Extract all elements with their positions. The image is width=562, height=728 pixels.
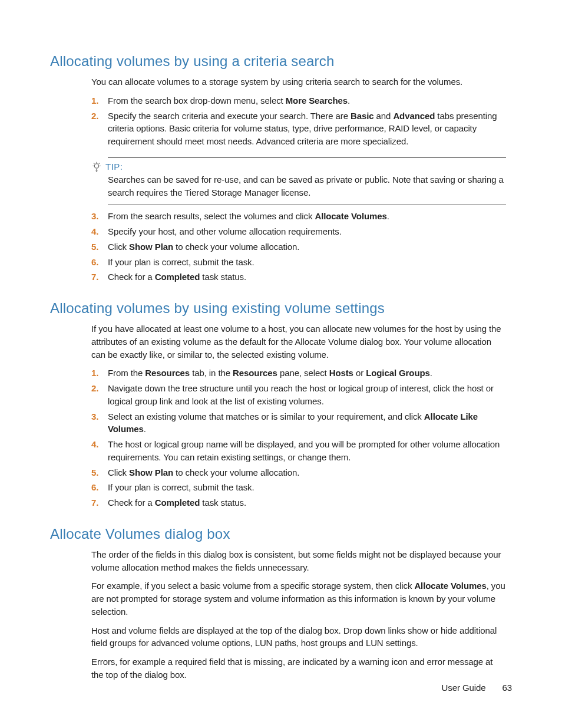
list-item: 4. Specify your host, and other volume a… <box>91 225 506 238</box>
step-number: 3. <box>91 410 108 423</box>
list-item: 3. From the search results, select the v… <box>91 210 506 223</box>
step-number: 6. <box>91 256 108 269</box>
step-text: The host or logical group name will be d… <box>108 438 506 464</box>
section-body: If you have allocated at least one volum… <box>91 322 506 509</box>
svg-point-0 <box>94 164 99 169</box>
step-number: 7. <box>91 271 108 284</box>
list-item: 7. Check for a Completed task status. <box>91 271 506 284</box>
list-item: 6. If your plan is correct, submit the t… <box>91 256 506 269</box>
section-heading-dialog-box: Allocate Volumes dialog box <box>50 526 512 542</box>
step-number: 1. <box>91 94 108 107</box>
step-text: From the search results, select the volu… <box>108 210 506 223</box>
list-item: 3. Select an existing volume that matche… <box>91 410 506 436</box>
step-number: 2. <box>91 110 108 123</box>
tip-callout: TIP: Searches can be saved for re-use, a… <box>108 157 506 206</box>
document-page: Allocating volumes by using a criteria s… <box>0 0 562 728</box>
page-footer: User Guide 63 <box>442 683 512 693</box>
step-text: Specify your host, and other volume allo… <box>108 225 506 238</box>
step-number: 4. <box>91 225 108 238</box>
ordered-steps: 1. From the Resources tab, in the Resour… <box>91 367 506 509</box>
svg-line-6 <box>99 163 100 163</box>
paragraph: Host and volume fields are displayed at … <box>91 624 506 650</box>
paragraph: The order of the fields in this dialog b… <box>91 548 506 574</box>
page-number: 63 <box>503 683 513 693</box>
step-number: 2. <box>91 382 108 395</box>
section-body: You can allocate volumes to a storage sy… <box>91 75 506 284</box>
step-text: Click Show Plan to check your volume all… <box>108 241 506 253</box>
step-number: 5. <box>91 241 108 253</box>
step-number: 3. <box>91 210 108 223</box>
step-number: 6. <box>91 481 108 494</box>
footer-label: User Guide <box>442 683 486 693</box>
step-number: 5. <box>91 466 108 479</box>
list-item: 5. Click Show Plan to check your volume … <box>91 241 506 253</box>
list-item: 2. Navigate down the tree structure unti… <box>91 382 506 408</box>
ordered-steps: 1. From the search box drop-down menu, s… <box>91 94 506 148</box>
list-item: 7. Check for a Completed task status. <box>91 496 506 509</box>
step-text: If your plan is correct, submit the task… <box>108 481 506 494</box>
list-item: 1. From the search box drop-down menu, s… <box>91 94 506 107</box>
step-text: Check for a Completed task status. <box>108 496 506 509</box>
step-text: Click Show Plan to check your volume all… <box>108 466 506 479</box>
list-item: 2. Specify the search criteria and execu… <box>91 110 506 148</box>
step-number: 1. <box>91 367 108 380</box>
step-text: Check for a Completed task status. <box>108 271 506 284</box>
ordered-steps: 3. From the search results, select the v… <box>91 210 506 284</box>
step-text: Select an existing volume that matches o… <box>108 410 506 436</box>
intro-paragraph: If you have allocated at least one volum… <box>91 322 506 361</box>
list-item: 6. If your plan is correct, submit the t… <box>91 481 506 494</box>
paragraph: Errors, for example a required field tha… <box>91 655 506 681</box>
list-item: 5. Click Show Plan to check your volume … <box>91 466 506 479</box>
section-heading-existing-settings: Allocating volumes by using existing vol… <box>50 300 512 317</box>
intro-paragraph: You can allocate volumes to a storage sy… <box>91 75 506 88</box>
step-text: From the Resources tab, in the Resources… <box>108 367 506 380</box>
lightbulb-icon <box>91 162 102 172</box>
step-number: 4. <box>91 438 108 451</box>
section-body: The order of the fields in this dialog b… <box>91 548 506 681</box>
tip-body: Searches can be saved for re-use, and ca… <box>108 173 506 199</box>
list-item: 4. The host or logical group name will b… <box>91 438 506 464</box>
step-text: If your plan is correct, submit the task… <box>108 256 506 269</box>
list-item: 1. From the Resources tab, in the Resour… <box>91 367 506 380</box>
section-heading-criteria-search: Allocating volumes by using a criteria s… <box>50 53 512 70</box>
step-number: 7. <box>91 496 108 509</box>
tip-label: TIP: <box>105 162 123 172</box>
step-text: Specify the search criteria and execute … <box>108 110 506 148</box>
step-text: Navigate down the tree structure until y… <box>108 382 506 408</box>
paragraph: For example, if you select a basic volum… <box>91 579 506 618</box>
step-text: From the search box drop-down menu, sele… <box>108 94 506 107</box>
svg-line-5 <box>94 163 94 163</box>
